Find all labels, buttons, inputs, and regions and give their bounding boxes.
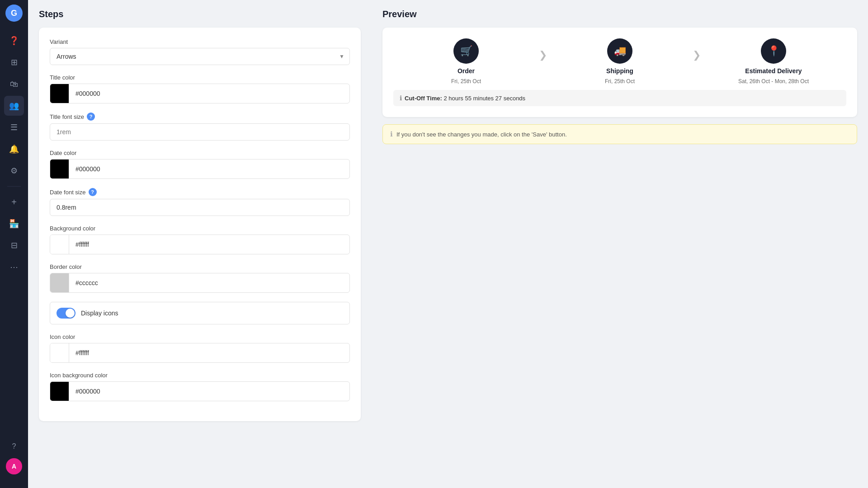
preview-title: Preview bbox=[382, 9, 857, 19]
sidebar-item-more[interactable]: ⋯ bbox=[4, 257, 24, 277]
cutoff-value: 2 hours 55 minutes 27 seconds bbox=[443, 95, 525, 102]
date-font-size-group: Date font size ? bbox=[50, 188, 350, 216]
date-color-row: #000000 bbox=[50, 159, 350, 179]
sidebar-item-bag[interactable]: 🛍 bbox=[4, 74, 24, 94]
icon-bg-color-value: #000000 bbox=[69, 388, 349, 395]
title-font-size-help-icon[interactable]: ? bbox=[87, 113, 95, 121]
date-font-size-help-icon[interactable]: ? bbox=[89, 188, 97, 196]
avatar-letter: A bbox=[12, 463, 16, 470]
sidebar-item-gear[interactable]: ⚙ bbox=[4, 161, 24, 181]
icon-color-label: Icon color bbox=[50, 333, 350, 340]
display-icons-toggle[interactable] bbox=[57, 308, 75, 319]
order-icon: 🛒 bbox=[460, 45, 472, 57]
sidebar-item-grid[interactable]: ⊞ bbox=[4, 52, 24, 72]
variant-group: Variant Arrows ▼ bbox=[50, 38, 350, 65]
toggle-knob bbox=[66, 309, 75, 318]
sidebar: G ❓ ⊞ 🛍 👥 ☰ 🔔 ⚙ + 🏪 ⊟ ⋯ ? A bbox=[0, 0, 28, 488]
preview-steps-card: 🛒 Order Fri, 25th Oct ❯ 🚚 Shipping Fri, … bbox=[382, 28, 857, 117]
icon-color-swatch[interactable] bbox=[50, 343, 69, 362]
icon-color-row: #ffffff bbox=[50, 343, 350, 363]
step-arrow-2: ❯ bbox=[693, 49, 701, 74]
step-item-shipping: 🚚 Shipping Fri, 25th Oct bbox=[547, 38, 693, 84]
more-icon: ⋯ bbox=[10, 262, 18, 272]
sidebar-item-shop[interactable]: 🏪 bbox=[4, 214, 24, 234]
help-icon: ❓ bbox=[9, 36, 19, 46]
step-arrow-1: ❯ bbox=[539, 49, 547, 74]
display-icons-group: Display icons bbox=[50, 302, 350, 324]
avatar[interactable]: A bbox=[6, 458, 22, 474]
info-circle-icon: ℹ bbox=[390, 130, 393, 138]
title-font-size-label: Title font size ? bbox=[50, 113, 350, 121]
variant-select-wrapper: Arrows ▼ bbox=[50, 48, 350, 65]
step-date-delivery: Sat, 26th Oct - Mon, 28th Oct bbox=[738, 78, 809, 84]
step-name-shipping: Shipping bbox=[606, 67, 633, 75]
step-date-order: Fri, 25th Oct bbox=[451, 78, 481, 84]
sidebar-bottom: ? A bbox=[4, 436, 24, 483]
border-color-label: Border color bbox=[50, 263, 350, 270]
steps-preview: 🛒 Order Fri, 25th Oct ❯ 🚚 Shipping Fri, … bbox=[393, 38, 846, 84]
step-name-delivery: Estimated Delivery bbox=[745, 67, 802, 75]
date-color-value: #000000 bbox=[69, 165, 349, 173]
step-icon-order: 🛒 bbox=[453, 38, 479, 64]
sidebar-item-list[interactable]: ☰ bbox=[4, 117, 24, 137]
step-item-order: 🛒 Order Fri, 25th Oct bbox=[393, 38, 539, 84]
sidebar-item-table[interactable]: ⊟ bbox=[4, 235, 24, 255]
step-icon-delivery: 📍 bbox=[761, 38, 786, 64]
icon-bg-color-swatch[interactable] bbox=[50, 382, 69, 401]
title-color-group: Title color #000000 bbox=[50, 74, 350, 103]
bg-color-label: Background color bbox=[50, 225, 350, 232]
shipping-icon: 🚚 bbox=[614, 45, 626, 57]
steps-form-card: Variant Arrows ▼ Title color #000000 bbox=[39, 28, 361, 421]
step-icon-shipping: 🚚 bbox=[607, 38, 632, 64]
sidebar-item-users[interactable]: 👥 bbox=[4, 96, 24, 116]
bg-color-group: Background color #ffffff bbox=[50, 225, 350, 254]
sidebar-item-add[interactable]: + bbox=[4, 192, 24, 212]
info-banner: ℹ If you don't see the changes you made,… bbox=[382, 124, 857, 144]
date-font-size-input[interactable] bbox=[50, 199, 350, 216]
variant-select[interactable]: Arrows bbox=[50, 48, 350, 65]
icon-color-group: Icon color #ffffff bbox=[50, 333, 350, 363]
icon-bg-color-label: Icon background color bbox=[50, 372, 350, 379]
sidebar-divider bbox=[7, 186, 21, 187]
title-color-row: #000000 bbox=[50, 84, 350, 103]
icon-bg-color-row: #000000 bbox=[50, 381, 350, 401]
title-color-value: #000000 bbox=[69, 90, 349, 97]
sidebar-item-help[interactable]: ❓ bbox=[4, 31, 24, 51]
date-color-label: Date color bbox=[50, 150, 350, 156]
cutoff-banner: ℹ Cut-Off Time: 2 hours 55 minutes 27 se… bbox=[393, 90, 846, 106]
left-panel: Steps Variant Arrows ▼ Title color bbox=[28, 0, 372, 488]
date-color-group: Date color #000000 bbox=[50, 150, 350, 179]
step-date-shipping: Fri, 25th Oct bbox=[605, 78, 635, 84]
step-item-delivery: 📍 Estimated Delivery Sat, 26th Oct - Mon… bbox=[701, 38, 846, 84]
question-icon: ? bbox=[12, 442, 16, 450]
bg-color-swatch[interactable] bbox=[50, 235, 69, 254]
bg-color-value: #ffffff bbox=[69, 241, 349, 248]
logo-letter: G bbox=[11, 9, 17, 18]
main-container: Steps Variant Arrows ▼ Title color bbox=[28, 0, 868, 488]
grid-icon: ⊞ bbox=[11, 57, 18, 67]
date-color-swatch[interactable] bbox=[50, 160, 69, 178]
bag-icon: 🛍 bbox=[10, 80, 18, 89]
users-icon: 👥 bbox=[9, 101, 19, 111]
icon-bg-color-group: Icon background color #000000 bbox=[50, 372, 350, 401]
border-color-swatch[interactable] bbox=[50, 273, 69, 292]
panel-title: Steps bbox=[39, 9, 361, 19]
title-color-swatch[interactable] bbox=[50, 84, 69, 103]
right-panel: Preview 🛒 Order Fri, 25th Oct ❯ bbox=[372, 0, 868, 488]
icon-color-value: #ffffff bbox=[69, 349, 349, 357]
variant-label: Variant bbox=[50, 38, 350, 45]
title-font-size-input[interactable] bbox=[50, 123, 350, 141]
info-message: If you don't see the changes you made, c… bbox=[396, 131, 567, 138]
title-color-label: Title color bbox=[50, 74, 350, 81]
table-icon: ⊟ bbox=[11, 240, 18, 250]
arrow-right-icon-2: ❯ bbox=[693, 49, 701, 61]
date-font-size-label: Date font size ? bbox=[50, 188, 350, 196]
step-name-order: Order bbox=[458, 67, 475, 75]
sidebar-logo: G bbox=[5, 5, 23, 22]
bell-icon: 🔔 bbox=[9, 144, 19, 154]
cutoff-text: Cut-Off Time: 2 hours 55 minutes 27 seco… bbox=[405, 95, 525, 102]
border-color-row: #cccccc bbox=[50, 273, 350, 293]
cutoff-label: Cut-Off Time: bbox=[405, 95, 442, 102]
sidebar-item-question[interactable]: ? bbox=[4, 436, 24, 456]
sidebar-item-bell[interactable]: 🔔 bbox=[4, 139, 24, 159]
